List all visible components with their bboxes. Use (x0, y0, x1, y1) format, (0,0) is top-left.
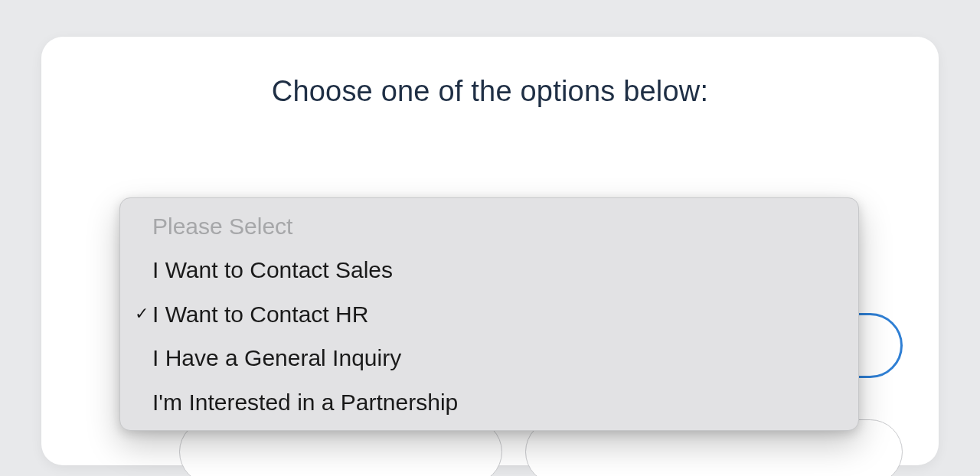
select-popover[interactable]: Please Select I Want to Contact Sales ✓ … (119, 197, 859, 431)
select-option-0[interactable]: I Want to Contact Sales (120, 248, 858, 292)
option-label: I'm Interested in a Partnership (152, 386, 458, 418)
option-label: I Want to Contact Sales (152, 254, 393, 285)
check-icon: ✓ (131, 302, 152, 325)
option-label: I Have a General Inquiry (152, 342, 401, 373)
option-label: I Want to Contact HR (152, 298, 368, 330)
select-option-3[interactable]: I'm Interested in a Partnership (120, 380, 858, 424)
option-label: Please Select (152, 210, 292, 242)
page-title: Choose one of the options below: (87, 73, 893, 110)
select-option-placeholder[interactable]: Please Select (120, 204, 858, 248)
select-option-2[interactable]: I Have a General Inquiry (120, 336, 858, 380)
select-option-1[interactable]: ✓ I Want to Contact HR (120, 292, 858, 336)
